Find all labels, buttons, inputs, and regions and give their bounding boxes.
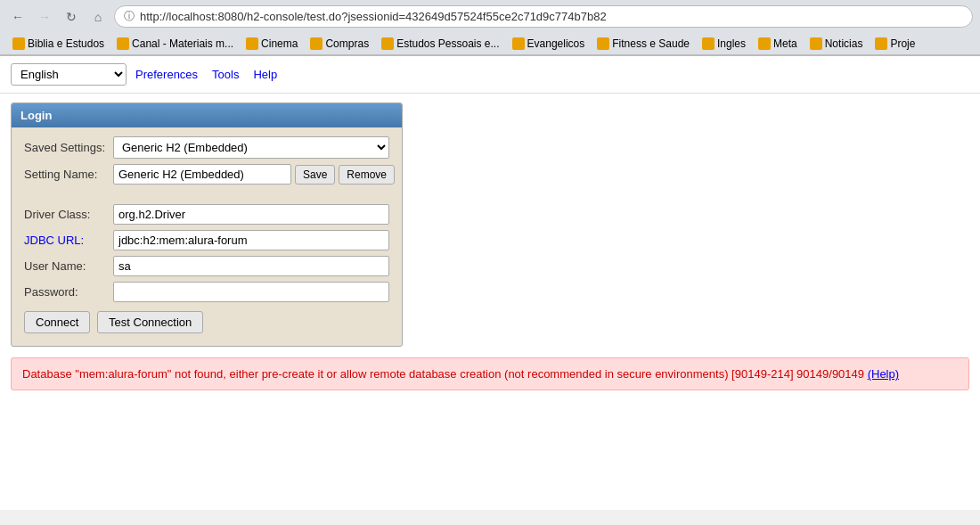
bookmark-folder-icon [310, 37, 323, 50]
lock-icon: ⓘ [124, 9, 135, 24]
error-message: Database "mem:alura-forum" not found, ei… [11, 357, 969, 390]
bookmark-fitness[interactable]: Fitness e Saude [592, 36, 695, 52]
home-button[interactable]: ⌂ [87, 6, 109, 28]
save-button[interactable]: Save [295, 165, 335, 185]
bookmark-noticias[interactable]: Noticias [804, 36, 869, 52]
saved-settings-row: Saved Settings: Generic H2 (Embedded)Gen… [24, 136, 389, 159]
action-buttons-row: Connect Test Connection [24, 311, 389, 333]
jdbc-url-label[interactable]: JDBC URL: [24, 234, 113, 247]
password-label: Password: [24, 285, 113, 299]
password-row: Password: [24, 282, 389, 302]
browser-chrome: ← → ↻ ⌂ ⓘ Biblia e Estudos Canal - Mater… [0, 0, 980, 56]
saved-settings-label: Saved Settings: [24, 141, 113, 154]
tools-link[interactable]: Tools [207, 66, 244, 83]
setting-name-row: Setting Name: Save Remove [24, 164, 389, 185]
setting-name-label: Setting Name: [24, 168, 113, 181]
remove-button[interactable]: Remove [339, 165, 395, 185]
jdbc-url-input[interactable] [113, 230, 389, 250]
bookmarks-bar: Biblia e Estudos Canal - Materiais m... … [0, 33, 980, 55]
bookmark-folder-icon [512, 37, 525, 50]
bookmark-canal[interactable]: Canal - Materiais m... [111, 36, 239, 52]
language-select[interactable]: English [11, 63, 127, 86]
reload-button[interactable]: ↻ [61, 6, 82, 28]
bookmark-folder-icon [12, 37, 25, 50]
bookmark-meta[interactable]: Meta [753, 36, 803, 52]
bookmark-folder-icon [875, 37, 887, 50]
bookmark-estudos[interactable]: Estudos Pessoais e... [376, 36, 504, 52]
password-input[interactable] [113, 282, 389, 302]
back-button[interactable]: ← [7, 6, 29, 28]
user-name-input[interactable] [113, 256, 389, 276]
page-content: English Preferences Tools Help Login Sav… [0, 56, 980, 510]
bookmark-compras[interactable]: Compras [305, 36, 374, 52]
bookmark-proje[interactable]: Proje [870, 36, 920, 52]
login-form: Saved Settings: Generic H2 (Embedded)Gen… [12, 127, 402, 346]
jdbc-url-row: JDBC URL: [24, 230, 389, 250]
bookmark-folder-icon [381, 37, 394, 50]
bookmark-biblia[interactable]: Biblia e Estudos [7, 36, 110, 52]
user-name-label: User Name: [24, 259, 113, 273]
driver-class-label: Driver Class: [24, 208, 113, 221]
nav-bar: ← → ↻ ⌂ ⓘ [0, 0, 980, 33]
connect-button[interactable]: Connect [24, 311, 90, 333]
form-divider-1 [24, 190, 389, 204]
setting-name-input[interactable] [113, 164, 291, 185]
preferences-link[interactable]: Preferences [130, 66, 203, 83]
bookmark-folder-icon [810, 37, 822, 50]
driver-class-input[interactable] [113, 204, 389, 225]
saved-settings-select[interactable]: Generic H2 (Embedded)Generic H2 (Server)… [113, 136, 389, 159]
address-bar: ⓘ [114, 5, 973, 28]
login-panel: Login Saved Settings: Generic H2 (Embedd… [11, 103, 403, 347]
bookmark-folder-icon [117, 37, 129, 50]
help-link[interactable]: Help [248, 66, 282, 83]
user-name-row: User Name: [24, 256, 389, 276]
setting-name-controls: Save Remove [113, 164, 395, 185]
bookmark-ingles[interactable]: Ingles [697, 36, 751, 52]
bookmark-folder-icon [597, 37, 609, 50]
login-panel-header: Login [12, 103, 402, 127]
test-connection-button[interactable]: Test Connection [97, 311, 203, 333]
url-input[interactable] [140, 10, 963, 23]
bookmark-folder-icon [758, 37, 771, 50]
error-help-link[interactable]: (Help) [868, 367, 899, 381]
driver-class-row: Driver Class: [24, 204, 389, 225]
bookmark-folder-icon [702, 37, 715, 50]
top-nav: English Preferences Tools Help [0, 56, 980, 94]
forward-button[interactable]: → [34, 6, 55, 28]
bookmark-cinema[interactable]: Cinema [241, 36, 303, 52]
bookmark-evangelicos[interactable]: Evangelicos [507, 36, 591, 52]
bookmark-folder-icon [246, 37, 258, 50]
